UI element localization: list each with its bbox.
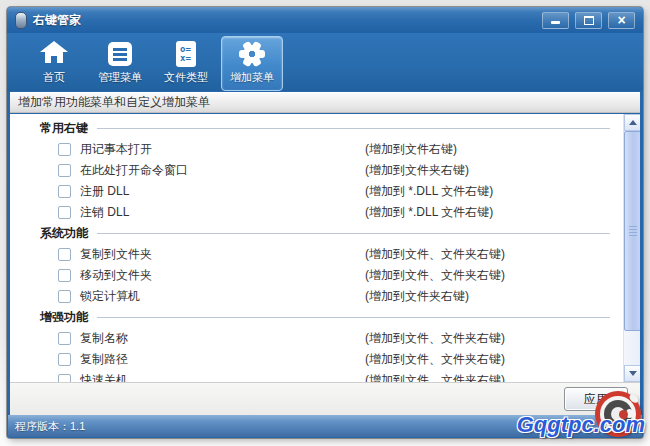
menu-item-label: 注销 DLL [80,204,129,221]
section-header: 常用右键 [10,118,640,139]
minimize-icon [551,21,560,24]
menu-item-checkbox[interactable] [58,374,71,382]
file-type-icon [171,40,201,68]
scroll-down-button[interactable] [624,365,640,382]
toolbar-item-add-menu[interactable]: 增加菜单 [221,36,283,91]
menu-item-checkbox[interactable] [58,290,71,303]
section-divider [97,128,610,129]
version-text: 程序版本：1.1 [15,419,85,434]
section-divider [97,233,610,234]
menu-item-target: (增加到文件右键) [365,141,457,158]
menu-options-panel: 常用右键 用记事本打开 (增加到文件右键) 在此处打开命令窗口 (增加到文件夹右… [10,114,640,382]
title-bar: 右键管家 × [7,7,643,33]
menu-item-target: (增加到文件、文件夹右键) [365,372,505,382]
menu-item-target: (增加到文件、文件夹右键) [365,267,505,284]
toolbar-item-label: 增加菜单 [230,70,274,85]
window-controls: × [542,12,635,29]
menu-list: 常用右键 用记事本打开 (增加到文件右键) 在此处打开命令窗口 (增加到文件夹右… [10,114,640,382]
page-description: 增加常用功能菜单和自定义增加菜单 [10,92,640,113]
menu-item-label: 复制到文件夹 [80,246,152,263]
menu-item-target: (增加到 *.DLL 文件右键) [365,204,493,221]
toolbar-item-file-types[interactable]: 文件类型 [155,36,217,91]
menu-item-row: 注册 DLL (增加到 *.DLL 文件右键) [10,181,640,202]
section-title: 系统功能 [40,225,88,242]
section-divider [97,317,610,318]
menu-item-checkbox[interactable] [58,143,71,156]
section-header: 增强功能 [10,307,640,328]
toolbar-item-manage-menu[interactable]: 管理菜单 [89,36,151,91]
menu-item-row: 快速关机 (增加到文件、文件夹右键) [10,370,640,382]
home-icon [39,40,69,68]
menu-item-checkbox[interactable] [58,332,71,345]
menu-list-icon [105,40,135,68]
toolbar: 首页 管理菜单 文件类型 增加菜单 [7,33,643,91]
scrollbar-grip-icon [629,226,637,236]
menu-item-label: 移动到文件夹 [80,267,152,284]
menu-item-label: 复制名称 [80,330,128,347]
gear-icon [237,40,267,68]
footer-bar: 应用 [10,382,640,415]
scroll-up-button[interactable] [624,114,640,131]
menu-item-checkbox[interactable] [58,206,71,219]
scrollbar[interactable] [623,114,640,382]
maximize-button[interactable] [575,12,602,29]
maximize-icon [584,16,594,25]
menu-item-row: 复制名称 (增加到文件、文件夹右键) [10,328,640,349]
menu-item-checkbox[interactable] [58,269,71,282]
desktop: { "window": { "title": "右键管家", "controls… [0,0,650,446]
window-title: 右键管家 [33,12,81,29]
scrollbar-thumb[interactable] [624,131,640,331]
watermark-text: Gqgtpc.com [517,414,645,436]
menu-item-row: 在此处打开命令窗口 (增加到文件夹右键) [10,160,640,181]
menu-item-row: 锁定计算机 (增加到文件夹右键) [10,286,640,307]
menu-item-label: 复制路径 [80,351,128,368]
menu-item-target: (增加到文件夹右键) [365,288,469,305]
chevron-down-icon [629,371,637,376]
menu-item-label: 锁定计算机 [80,288,140,305]
menu-item-row: 用记事本打开 (增加到文件右键) [10,139,640,160]
close-button[interactable]: × [608,12,635,29]
menu-item-checkbox[interactable] [58,353,71,366]
app-window: 右键管家 × 首页 管理菜单 文件类型 增加菜单 增加常用功能菜单和自定义增加菜… [7,7,643,438]
close-icon: × [617,13,625,27]
menu-item-target: (增加到文件、文件夹右键) [365,330,505,347]
menu-item-target: (增加到文件、文件夹右键) [365,351,505,368]
chevron-up-icon [629,120,637,125]
toolbar-item-label: 文件类型 [164,70,208,85]
menu-item-checkbox[interactable] [58,164,71,177]
minimize-button[interactable] [542,12,569,29]
menu-item-row: 注销 DLL (增加到 *.DLL 文件右键) [10,202,640,223]
menu-item-target: (增加到 *.DLL 文件右键) [365,183,493,200]
app-logo-icon [15,12,27,29]
toolbar-item-label: 首页 [43,70,65,85]
menu-item-row: 移动到文件夹 (增加到文件、文件夹右键) [10,265,640,286]
menu-item-label: 用记事本打开 [80,141,152,158]
menu-item-row: 复制路径 (增加到文件、文件夹右键) [10,349,640,370]
menu-item-label: 快速关机 [80,372,128,382]
section-title: 常用右键 [40,120,88,137]
toolbar-item-home[interactable]: 首页 [23,36,85,91]
menu-item-row: 复制到文件夹 (增加到文件、文件夹右键) [10,244,640,265]
menu-item-checkbox[interactable] [58,248,71,261]
menu-item-checkbox[interactable] [58,185,71,198]
menu-item-target: (增加到文件、文件夹右键) [365,246,505,263]
page-description-text: 增加常用功能菜单和自定义增加菜单 [18,94,210,111]
menu-item-label: 注册 DLL [80,183,129,200]
section-title: 增强功能 [40,309,88,326]
menu-item-label: 在此处打开命令窗口 [80,162,188,179]
toolbar-item-label: 管理菜单 [98,70,142,85]
menu-item-target: (增加到文件夹右键) [365,162,469,179]
section-header: 系统功能 [10,223,640,244]
